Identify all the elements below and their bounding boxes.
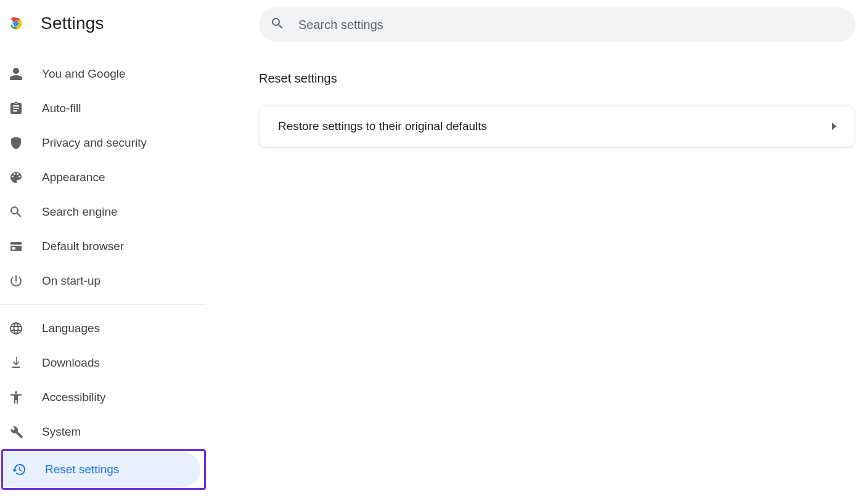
search-wrap (259, 0, 863, 47)
sidebar-item-label: Downloads (42, 356, 100, 370)
sidebar: You and Google Auto-fill Privacy and sec… (0, 47, 206, 504)
history-icon (12, 462, 27, 477)
settings-card: Restore settings to their original defau… (259, 105, 854, 147)
chrome-logo-icon (7, 15, 25, 32)
palette-icon (9, 170, 23, 185)
sidebar-item-label: Search engine (42, 205, 118, 219)
sidebar-item-you-google[interactable]: You and Google (0, 57, 202, 91)
sidebar-item-label: Default browser (42, 240, 124, 253)
chevron-right-icon (832, 123, 836, 130)
section-title: Reset settings (259, 71, 863, 86)
sidebar-item-label: Appearance (42, 171, 105, 184)
power-icon (9, 274, 23, 288)
header-bar: Settings (0, 0, 863, 47)
search-icon (9, 205, 23, 219)
brand: Settings (0, 14, 259, 33)
highlight-box: Reset settings (1, 449, 206, 490)
sidebar-item-appearance[interactable]: Appearance (0, 160, 202, 195)
sidebar-item-reset-settings[interactable]: Reset settings (3, 452, 200, 487)
globe-icon (9, 321, 23, 336)
sidebar-item-label: System (42, 425, 81, 439)
sidebar-item-label: You and Google (42, 67, 126, 81)
sidebar-item-search-engine[interactable]: Search engine (0, 195, 202, 229)
browser-icon (9, 239, 23, 254)
app-title: Settings (41, 14, 104, 33)
sidebar-divider (0, 304, 206, 305)
accessibility-icon (9, 390, 23, 405)
person-icon (9, 67, 23, 81)
main-content: Reset settings Restore settings to their… (206, 47, 863, 504)
sidebar-item-label: Reset settings (45, 463, 119, 476)
restore-defaults-row[interactable]: Restore settings to their original defau… (260, 106, 854, 147)
sidebar-item-label: On start-up (42, 274, 100, 288)
sidebar-item-accessibility[interactable]: Accessibility (0, 380, 202, 415)
search-input[interactable] (298, 18, 845, 32)
sidebar-item-label: Accessibility (42, 391, 105, 404)
wrench-icon (9, 425, 23, 439)
sidebar-item-label: Languages (42, 322, 100, 335)
sidebar-item-downloads[interactable]: Downloads (0, 346, 202, 380)
sidebar-item-system[interactable]: System (0, 415, 202, 449)
sidebar-item-autofill[interactable]: Auto-fill (0, 91, 202, 126)
sidebar-item-label: Privacy and security (42, 136, 147, 150)
sidebar-item-startup[interactable]: On start-up (0, 264, 202, 298)
sidebar-item-privacy[interactable]: Privacy and security (0, 126, 202, 160)
sidebar-item-languages[interactable]: Languages (0, 311, 202, 346)
shield-icon (9, 136, 23, 150)
sidebar-item-default-browser[interactable]: Default browser (0, 229, 202, 264)
assignment-icon (9, 101, 23, 116)
search-icon (270, 16, 285, 33)
search-box[interactable] (259, 7, 856, 42)
sidebar-item-label: Auto-fill (42, 102, 81, 115)
card-row-label: Restore settings to their original defau… (278, 120, 487, 133)
download-icon (9, 356, 23, 370)
